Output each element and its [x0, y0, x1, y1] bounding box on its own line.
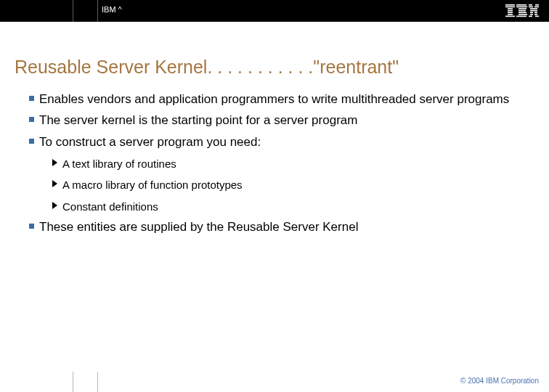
footer-divider-outer — [73, 372, 73, 392]
svg-rect-1 — [505, 7, 515, 8]
svg-rect-23 — [530, 14, 533, 15]
bullet-text: These entities are supplied by the Reusa… — [39, 220, 358, 234]
slide-title: Reusable Server Kernel. . . . . . . . . … — [15, 57, 399, 78]
svg-rect-5 — [508, 14, 513, 15]
sub-bullet-item: A macro library of function prototypes — [15, 178, 523, 192]
slide-body: Enables vendors and application programm… — [15, 86, 523, 235]
slide: IBM ^ — [0, 0, 549, 392]
svg-rect-11 — [518, 12, 526, 13]
svg-rect-0 — [505, 4, 515, 6]
svg-rect-10 — [518, 10, 526, 12]
svg-rect-2 — [508, 8, 513, 9]
ibm-logo-icon — [505, 4, 539, 20]
svg-rect-7 — [516, 4, 526, 6]
top-divider-inner — [97, 0, 98, 22]
svg-rect-15 — [535, 4, 539, 6]
sub-bullet-text: A text library of routines — [62, 158, 176, 170]
svg-rect-13 — [516, 16, 526, 17]
svg-rect-19 — [534, 8, 537, 9]
svg-rect-8 — [516, 7, 527, 8]
square-bullet-icon — [29, 117, 34, 122]
svg-rect-25 — [529, 16, 532, 17]
svg-rect-3 — [508, 10, 513, 12]
sub-bullet-text: A macro library of function prototypes — [62, 179, 243, 191]
bullet-item: These entities are supplied by the Reusa… — [15, 219, 523, 234]
sub-bullet-item: Constant definitions — [15, 200, 523, 214]
svg-rect-26 — [535, 16, 539, 17]
svg-rect-24 — [534, 14, 537, 15]
brand-text: IBM ^ — [102, 5, 122, 14]
svg-rect-12 — [518, 14, 527, 15]
bullet-text: Enables vendors and application programm… — [39, 92, 509, 106]
svg-rect-17 — [534, 7, 539, 8]
bullet-item: Enables vendors and application programm… — [15, 91, 523, 107]
square-bullet-icon — [29, 96, 34, 101]
square-bullet-icon — [29, 224, 34, 229]
svg-rect-9 — [518, 8, 526, 9]
bullet-item: The server kernel is the starting point … — [15, 113, 523, 128]
triangle-bullet-icon — [52, 180, 57, 187]
sub-bullet-item: A text library of routines — [15, 157, 523, 171]
triangle-bullet-icon — [52, 159, 57, 166]
bullet-text: To construct a server program you need: — [39, 135, 261, 149]
triangle-bullet-icon — [52, 202, 57, 209]
svg-rect-4 — [508, 12, 513, 13]
copyright-text: © 2004 IBM Corporation — [460, 377, 539, 385]
svg-rect-14 — [529, 4, 532, 6]
sub-bullet-text: Constant definitions — [62, 200, 158, 213]
svg-rect-21 — [530, 12, 533, 13]
svg-rect-6 — [505, 16, 515, 17]
bullet-text: The server kernel is the starting point … — [39, 113, 357, 127]
top-divider-outer — [73, 0, 73, 22]
svg-rect-22 — [534, 12, 537, 13]
top-bar: IBM ^ — [0, 0, 549, 22]
square-bullet-icon — [29, 139, 34, 144]
footer-divider-inner — [97, 372, 98, 392]
svg-rect-18 — [530, 8, 534, 9]
bullet-item: To construct a server program you need: — [15, 134, 523, 150]
svg-rect-20 — [530, 10, 537, 12]
svg-rect-16 — [529, 7, 533, 8]
